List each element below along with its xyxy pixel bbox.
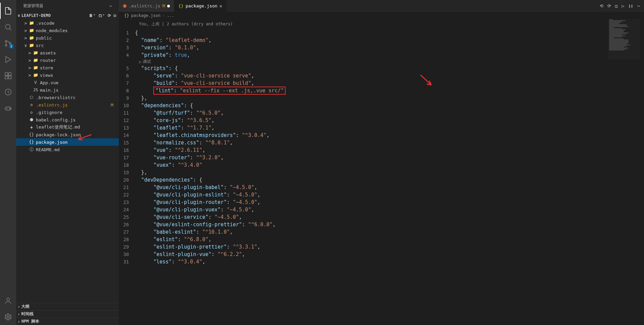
collapse-icon[interactable]: ⊟ [114, 13, 116, 18]
code-line[interactable]: 16 "vue": "^2.6.11", [119, 146, 644, 154]
code-line[interactable]: 30 "eslint-plugin-vue": "^6.2.2", [119, 251, 644, 258]
code-line[interactable]: 12 "core-js": "^3.6.5", [119, 117, 644, 124]
tree-item[interactable]: ⬢babel.config.js [16, 116, 119, 123]
code-content: "build": "vue-cli-service build", [135, 80, 254, 86]
svg-point-10 [9, 108, 10, 109]
line-number: 10 [119, 103, 135, 108]
debug-codelens[interactable]: ▷ 调试 [119, 59, 644, 65]
code-line[interactable]: 24 "@vue/cli-plugin-vuex": "~4.5.0", [119, 206, 644, 213]
tree-item[interactable]: >📁store [16, 64, 119, 71]
tree-item[interactable]: ∨📁src [16, 42, 119, 49]
extensions-icon[interactable] [0, 68, 16, 84]
timeline-section[interactable]: ›时间线 [16, 310, 119, 318]
account-icon[interactable] [0, 293, 16, 309]
tree-item[interactable]: JSmain.js [16, 86, 119, 94]
tree-item[interactable]: {}package-lock.json [16, 131, 119, 138]
code-line[interactable]: 19 }, [119, 169, 644, 176]
tree-item[interactable]: VApp.vue [16, 79, 119, 86]
code-content: "core-js": "^3.6.5", [135, 117, 215, 123]
minimap[interactable] [608, 19, 640, 60]
tree-item-label: .eslintrc.js [36, 102, 68, 108]
code-line[interactable]: 27 "babel-eslint": "^10.1.0", [119, 228, 644, 236]
code-line[interactable]: 26 "@vue/eslint-config-prettier": "^6.0.… [119, 221, 644, 228]
editor-tabs: ⬣ .eslintrc.js M {} package.json × ⟲ ⟳ ◫… [119, 0, 644, 12]
go-back-icon[interactable]: ⟲ [600, 3, 603, 8]
code-line[interactable]: 22 "@vue/cli-plugin-eslint": "~4.5.0", [119, 191, 644, 199]
tree-item[interactable]: >📁public [16, 34, 119, 42]
outline-section[interactable]: ›大纲 [16, 303, 119, 310]
refresh-icon[interactable]: ⟳ [108, 13, 111, 18]
tree-item[interactable]: {}package.json [16, 138, 119, 146]
code-line[interactable]: 31 "less": "^3.0.4", [119, 258, 644, 265]
code-line[interactable]: 21 "@vue/cli-plugin-babel": "~4.5.0", [119, 184, 644, 191]
tab-eslintrc[interactable]: ⬣ .eslintrc.js M [119, 0, 174, 12]
remote-icon[interactable] [0, 84, 16, 100]
code-line[interactable]: 15 "normalize.css": "^8.0.1", [119, 139, 644, 146]
code-line[interactable]: 14 "leaflet.chinatmsproviders": "^3.0.4"… [119, 132, 644, 139]
line-number: 23 [119, 200, 135, 205]
npm-section[interactable]: ›NPM 脚本 [16, 318, 119, 325]
code-line[interactable]: 29 "eslint-plugin-prettier": "^3.3.1", [119, 243, 644, 251]
svg-rect-6 [5, 76, 8, 79]
activity-bar: 2 [0, 0, 16, 325]
game-icon[interactable] [0, 100, 16, 116]
explorer-root[interactable]: ∨ LEAFLET-DEMO 🗎⁺ 🗀⁺ ⟳ ⊟ [16, 12, 119, 19]
editor-area: ⬣ .eslintrc.js M {} package.json × ⟲ ⟳ ◫… [119, 0, 644, 325]
explorer-icon[interactable] [0, 3, 16, 19]
code-line[interactable]: 5 "scripts": { [119, 65, 644, 72]
code-line[interactable]: 25 "@vue/cli-service": "~4.5.0", [119, 213, 644, 221]
tree-item[interactable]: >📁node_modules [16, 27, 119, 34]
svg-rect-4 [5, 73, 8, 75]
tree-item[interactable]: >📁assets [16, 49, 119, 56]
code-editor[interactable]: 1{2 "name": "leaflet-demo",3 "version": … [119, 29, 644, 325]
tab-package-json[interactable]: {} package.json × [174, 0, 227, 12]
new-folder-icon[interactable]: 🗀⁺ [98, 13, 105, 18]
code-line[interactable]: 4 "private": true, [119, 51, 644, 59]
tree-item[interactable]: >📁router [16, 56, 119, 64]
code-line[interactable]: 10 "dependencies": { [119, 102, 644, 109]
code-line[interactable]: 18 "vuex": "^3.4.0" [119, 161, 644, 169]
code-line[interactable]: 9 }, [119, 94, 644, 102]
file-icon: ⚙ [28, 102, 35, 107]
code-line[interactable]: 20 "devDependencies": { [119, 176, 644, 184]
tree-item[interactable]: >📁.vscode [16, 19, 119, 27]
tree-item[interactable]: ⓘREADME.md [16, 146, 119, 153]
codelens[interactable]: You, 上周 | 2 authors (dcry and others) [119, 21, 644, 27]
tree-item-label: .browserslistrc [36, 95, 75, 100]
code-line[interactable]: 8 "lint": "eslint --fix --ext .js,.vue s… [119, 87, 644, 94]
tree-item[interactable]: >📁views [16, 71, 119, 79]
code-line[interactable]: 3 "version": "0.1.0", [119, 44, 644, 51]
code-line[interactable]: 17 "vue-router": "^3.2.0", [119, 154, 644, 161]
more-actions-icon[interactable]: ⋯ [637, 3, 640, 8]
file-icon: ◈ [28, 125, 35, 130]
breadcrumb[interactable]: {} package.json › ... [119, 12, 644, 19]
tree-item[interactable]: ◈leaflet使用笔记.md [16, 123, 119, 131]
tree-item[interactable]: ⬡.browserslistrc [16, 94, 119, 101]
close-icon[interactable]: × [219, 3, 222, 9]
new-file-icon[interactable]: 🗎⁺ [89, 13, 95, 18]
tree-item[interactable]: ◇.gitignore [16, 109, 119, 116]
code-line[interactable]: 23 "@vue/cli-plugin-router": "~4.5.0", [119, 199, 644, 206]
code-line[interactable]: 13 "leaflet": "^1.7.1", [119, 124, 644, 132]
search-icon[interactable] [0, 19, 16, 35]
code-line[interactable]: 7 "build": "vue-cli-service build", [119, 79, 644, 87]
chevron-down-icon: ∨ [18, 13, 20, 18]
code-line[interactable]: 28 "eslint": "^6.8.0", [119, 236, 644, 243]
line-number: 18 [119, 162, 135, 168]
run-icon[interactable]: ▷ [622, 3, 624, 8]
line-number: 31 [119, 259, 135, 264]
code-line[interactable]: 11 "@turf/turf": "^6.5.0", [119, 109, 644, 117]
more-icon[interactable]: ⋯ [110, 4, 112, 8]
tree-item-label: App.vue [40, 80, 59, 85]
tree-item[interactable]: ⚙.eslintrc.jsM [16, 101, 119, 109]
go-forward-icon[interactable]: ⟳ [607, 3, 611, 8]
split-icon[interactable]: ⫿⫿ [628, 3, 633, 8]
source-control-icon[interactable]: 2 [0, 35, 16, 51]
code-line[interactable]: 2 "name": "leaflet-demo", [119, 37, 644, 44]
code-line[interactable]: 1{ [119, 29, 644, 37]
diff-icon[interactable]: ◫ [615, 3, 618, 8]
code-line[interactable]: 6 "serve": "vue-cli-service serve", [119, 72, 644, 79]
code-content: "version": "0.1.0", [135, 45, 199, 51]
run-debug-icon[interactable] [0, 51, 16, 68]
settings-icon[interactable] [0, 309, 16, 325]
